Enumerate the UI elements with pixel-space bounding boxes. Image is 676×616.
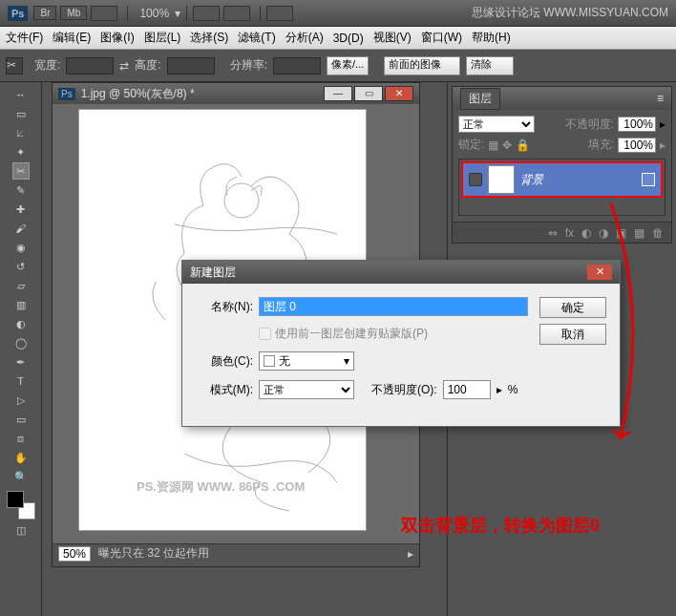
screen-mode-dropdown[interactable] — [91, 6, 117, 21]
fill-arrow-icon[interactable]: ▸ — [660, 138, 665, 152]
zoom-dropdown-icon[interactable]: ▾ — [175, 7, 180, 20]
res-label: 分辨率: — [230, 57, 267, 74]
menu-layer[interactable]: 图层(L) — [144, 30, 181, 46]
mb-button[interactable]: Mb — [60, 6, 87, 20]
marquee-tool[interactable]: ▭ — [12, 105, 30, 122]
lock-all-icon[interactable]: 🔒 — [516, 138, 530, 152]
opacity-value[interactable]: 100% — [618, 117, 656, 132]
mode-select[interactable]: 正常 — [259, 380, 354, 399]
height-field[interactable] — [167, 57, 215, 74]
lock-position-icon[interactable]: ✥ — [502, 138, 512, 152]
fx-icon[interactable]: fx — [565, 226, 574, 240]
visibility-icon[interactable] — [469, 173, 482, 186]
width-field[interactable] — [66, 57, 114, 74]
color-swatches[interactable] — [7, 491, 35, 520]
dodge-tool[interactable]: ◯ — [12, 334, 30, 351]
dialog-close-button[interactable]: ✕ — [587, 265, 612, 280]
hand-tool-icon[interactable] — [193, 6, 220, 21]
lasso-tool[interactable]: ⟀ — [12, 124, 30, 141]
mode-label: 模式(M): — [196, 382, 253, 398]
menu-image[interactable]: 图像(I) — [100, 30, 134, 46]
crop-tool[interactable]: ✂ — [12, 162, 30, 180]
layer-background[interactable]: 背景 — [461, 161, 663, 198]
menu-file[interactable]: 文件(F) — [6, 30, 43, 46]
lock-pixels-icon[interactable]: ▦ — [488, 138, 498, 152]
link-icon[interactable]: ⇔ — [548, 226, 558, 240]
opacity-input[interactable] — [443, 380, 491, 399]
fg-color[interactable] — [7, 491, 24, 508]
3d-tool[interactable]: ⧈ — [12, 430, 30, 447]
swap-icon[interactable]: ⇄ — [119, 59, 129, 73]
eyedropper-tool[interactable]: ✎ — [12, 181, 30, 199]
separator — [186, 6, 187, 21]
status-arrow-icon[interactable]: ▸ — [408, 547, 413, 561]
opacity-arrow-icon[interactable]: ▸ — [660, 117, 665, 131]
healing-tool[interactable]: ✚ — [12, 201, 30, 218]
menu-window[interactable]: 窗口(W) — [421, 30, 462, 46]
move-tool[interactable]: ↔ — [12, 86, 30, 103]
width-label: 宽度: — [34, 57, 60, 74]
menu-analysis[interactable]: 分析(A) — [285, 30, 324, 46]
hand-tool[interactable]: ✋ — [12, 449, 30, 466]
menu-3d[interactable]: 3D(D) — [333, 32, 364, 45]
clear-button[interactable]: 清除 — [466, 56, 514, 75]
new-layer-icon[interactable]: ▦ — [634, 226, 644, 240]
name-input[interactable] — [259, 297, 528, 316]
zoom-tool[interactable]: 🔍 — [12, 468, 30, 485]
layers-panel-footer: ⇔ fx ◐ ◑ ▣ ▦ 🗑 — [453, 222, 671, 243]
dialog-titlebar[interactable]: 新建图层 ✕ — [182, 261, 620, 284]
blend-mode-select[interactable]: 正常 — [458, 116, 535, 133]
stamp-tool[interactable]: ◉ — [12, 239, 30, 256]
eraser-tool[interactable]: ▱ — [12, 277, 30, 294]
pen-tool[interactable]: ✒ — [12, 353, 30, 371]
adjustment-icon[interactable]: ◑ — [599, 226, 608, 240]
zoom-level[interactable]: 100% — [139, 7, 169, 20]
lock-icon — [642, 173, 655, 186]
unit-select[interactable]: 像素/... — [327, 56, 369, 75]
blur-tool[interactable]: ◐ — [12, 315, 30, 332]
menu-help[interactable]: 帮助(H) — [472, 30, 511, 46]
res-field[interactable] — [273, 57, 321, 74]
menu-view[interactable]: 视图(V) — [373, 30, 412, 46]
clipmask-label: 使用前一图层创建剪贴蒙版(P) — [275, 326, 428, 342]
zoom-field[interactable]: 50% — [58, 546, 91, 562]
layer-name[interactable]: 背景 — [520, 172, 543, 188]
dialog-title: 新建图层 — [190, 265, 236, 281]
crop-tool-icon[interactable]: ✂ — [6, 57, 23, 74]
quickmask-tool[interactable]: ◫ — [12, 521, 30, 539]
arrange-dropdown[interactable] — [266, 6, 293, 21]
maximize-button[interactable]: ▭ — [354, 86, 383, 101]
path-tool[interactable]: ▷ — [12, 392, 30, 409]
layers-panel-header[interactable]: 图层 ≡ — [453, 87, 671, 110]
minimize-button[interactable]: — — [324, 86, 352, 101]
trash-icon[interactable]: 🗑 — [652, 226, 664, 240]
ok-button[interactable]: 确定 — [539, 297, 606, 318]
brush-tool[interactable]: 🖌 — [12, 220, 30, 237]
color-select[interactable]: 无 ▾ — [259, 351, 354, 371]
shape-tool[interactable]: ▭ — [12, 411, 30, 428]
lock-label: 锁定: — [458, 137, 484, 153]
menu-select[interactable]: 选择(S) — [190, 30, 228, 46]
close-button[interactable]: ✕ — [385, 86, 413, 101]
opacity-arrow-icon[interactable]: ▸ — [496, 383, 502, 396]
document-titlebar[interactable]: Ps 1.jpg @ 50%(灰色/8) * — ▭ ✕ — [53, 83, 419, 104]
front-image-button[interactable]: 前面的图像 — [384, 56, 460, 75]
br-button[interactable]: Br — [33, 6, 56, 20]
watermark-text: PS.资源网 WWW. 86PS .COM — [137, 478, 305, 496]
menu-edit[interactable]: 编辑(E) — [53, 30, 91, 46]
view-tool-icon[interactable] — [223, 6, 250, 21]
history-brush-tool[interactable]: ↺ — [12, 258, 30, 275]
name-label: 名称(N): — [196, 299, 253, 315]
fill-value[interactable]: 100% — [618, 138, 656, 153]
menu-filter[interactable]: 滤镜(T) — [238, 30, 275, 46]
layers-tab[interactable]: 图层 — [460, 88, 500, 110]
type-tool[interactable]: T — [12, 372, 30, 390]
layer-thumbnail[interactable] — [488, 165, 515, 194]
wand-tool[interactable]: ✦ — [12, 143, 30, 160]
opacity-label: 不透明度: — [565, 117, 614, 133]
panel-menu-icon[interactable]: ≡ — [657, 92, 664, 105]
cancel-button[interactable]: 取消 — [539, 324, 606, 345]
gradient-tool[interactable]: ▥ — [12, 296, 30, 313]
mask-icon[interactable]: ◐ — [581, 226, 591, 240]
group-icon[interactable]: ▣ — [616, 226, 626, 240]
